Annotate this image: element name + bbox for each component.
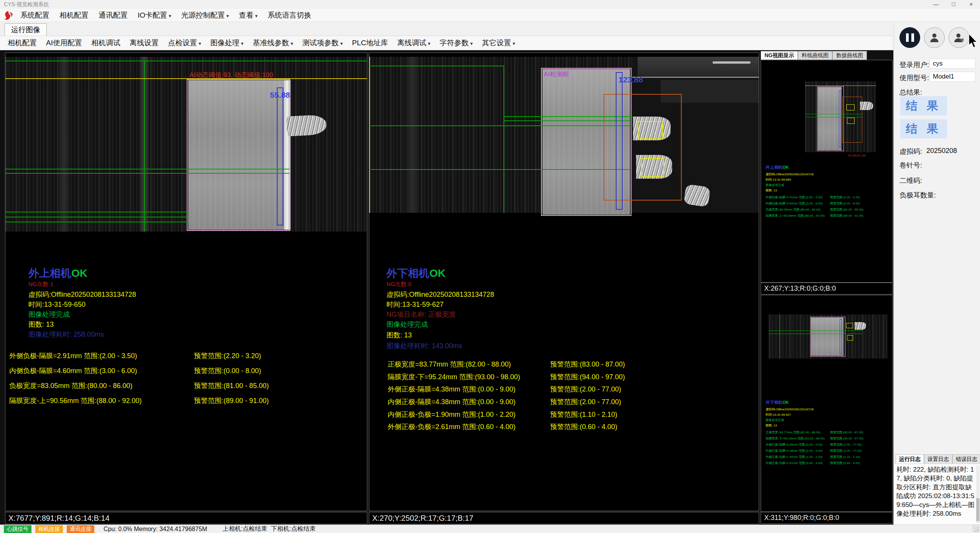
tab-run-log[interactable]: 运行日志: [896, 454, 924, 464]
baseline-yellow: [805, 86, 876, 86]
measurement-warn: 预警范围:(2.20 - 3.20): [194, 351, 261, 360]
tab-error-log[interactable]: 错误日志: [952, 454, 980, 464]
view-tab-row: 运行图像: [0, 22, 892, 36]
left-camera-view[interactable]: AI动态阈值:93, 动态阈值:100 55.88 外上相机OK NG次数:1 …: [5, 53, 367, 511]
measure-box-blue: [839, 90, 841, 148]
menu-item-system-config[interactable]: 系统配置: [15, 10, 54, 20]
tab-line-curve[interactable]: 料线曲线图: [798, 51, 832, 60]
measurement-text: 外侧正极-隔膜=4.38mm 范围:(0.00 - 9.00): [388, 385, 516, 394]
tab-ng-view[interactable]: NG视图显示: [761, 51, 798, 60]
log-tabs: 运行日志 设置日志 错误日志: [896, 454, 980, 464]
result-box-1: 结 果: [900, 96, 947, 115]
measurement-warn: 预警范围:(83.00 - 87.00): [550, 360, 625, 369]
tab-box-yellow: [638, 121, 663, 139]
gauge-value: 123.88: [618, 75, 643, 84]
bright-band: [59, 57, 69, 232]
menu-item-comm-config[interactable]: 通讯配置: [94, 10, 133, 20]
thumb1-pixel-coords: X:267;Y:13;R:0;G:0;B:0: [761, 283, 893, 294]
thumb-measurement: 预警范围:(2.20 - 3.20): [830, 195, 860, 199]
measure-line: [5, 217, 188, 217]
metal-tab: [860, 102, 873, 110]
toolbar-image-processing[interactable]: 图像处理▾: [206, 38, 248, 48]
scrollbar-thumb[interactable]: [976, 498, 980, 521]
model-label: 使用型号:: [899, 73, 929, 82]
menu-item-view[interactable]: 查看▾: [234, 10, 263, 20]
menu-item-camera-config[interactable]: 相机配置: [54, 10, 94, 20]
camera-name: 外上相机: [766, 165, 783, 169]
resize-grip[interactable]: [972, 525, 979, 532]
roll-pin-label: 卷针号:: [899, 161, 922, 170]
toolbar-test-params[interactable]: 测试项参数▾: [298, 38, 348, 48]
toolbar-spot-check[interactable]: 点检设置▾: [163, 38, 206, 48]
virtual-code: 虚拟码:Offline20250208133134728: [28, 290, 136, 299]
camera-name: 外下相机: [386, 267, 429, 279]
camera-name: 外下相机: [766, 400, 783, 405]
tab-run-image[interactable]: 运行图像: [5, 23, 47, 36]
maximize-icon[interactable]: □: [945, 0, 962, 9]
chevron-down-icon: ▾: [241, 41, 243, 46]
ng-thumbnail-upper[interactable]: X1:58:A1:1M 外上相机OK 虚拟码:Offline2025020813…: [761, 60, 893, 283]
ng-count: NG次数:0: [386, 281, 411, 288]
measure-line: [805, 117, 863, 117]
bright-band: [406, 57, 419, 213]
thumb-measurement: 内侧正极-负极=1.90mm 范围:(1.00 - 2.20): [766, 455, 822, 459]
result-box-2: 结 果: [900, 119, 947, 138]
process-done: 图像处理完成: [386, 320, 428, 329]
minimize-icon[interactable]: —: [927, 0, 945, 9]
close-icon[interactable]: ×: [962, 0, 980, 9]
toolbar-char-params[interactable]: 字符参数▾: [435, 38, 478, 48]
toolbar-plc-address[interactable]: PLC地址库: [347, 38, 393, 48]
camera-ok-status: OK: [783, 165, 789, 169]
measure-line: [5, 222, 188, 222]
toolbar-camera-debug[interactable]: 相机调试: [87, 38, 125, 48]
user-settings-button[interactable]: [949, 27, 969, 48]
toolbar-camera-config[interactable]: 相机配置: [3, 38, 41, 48]
chevron-down-icon: ▾: [227, 13, 229, 19]
chevron-down-icon: ▾: [255, 13, 258, 19]
thumb-measurement: 预警范围:(94.00 - 97.00): [830, 436, 863, 441]
thumb-measurement: 隔膜宽度-上=90.56mm 范围:(88.00 - 92.00): [766, 214, 825, 218]
thumb-measurement: 预警范围:(0.60 - 4.00): [830, 461, 860, 465]
thumb-camera-title: 外下相机OK: [766, 400, 789, 405]
measurement-warn: 预警范围:(0.00 - 8.00): [194, 366, 261, 375]
toolbar-ai-usage-config[interactable]: AI使用配置: [41, 38, 87, 48]
thumb-line: 虚拟码:Offline20250208133134728: [766, 172, 814, 176]
thumb-measurement: 内侧正极-隔膜=4.38mm 范围:(0.00 - 9.00): [766, 449, 822, 453]
camera-name: 外上相机: [28, 267, 71, 279]
tab-data-curve[interactable]: 数据曲线图: [832, 51, 867, 60]
measurement-warn: 预警范围:(0.60 - 4.00): [550, 422, 617, 431]
measure-box-blue: [840, 319, 842, 354]
thumb-line: 图像处理完成: [766, 418, 784, 422]
thumb-measurement: 预警范围:(89.00 - 91.00): [830, 214, 863, 218]
menu-item-light-control-config[interactable]: 光源控制配置▾: [176, 10, 234, 20]
login-user-field[interactable]: cys: [929, 59, 975, 69]
app-logo-icon: [2, 10, 14, 21]
window-controls: — □ ×: [927, 0, 980, 9]
thumb-camera-title: 外上相机OK: [766, 165, 789, 170]
measurement-text: 内侧正极-负极=1.90mm 范围:(1.00 - 2.20): [388, 410, 516, 419]
gauge-value: 55.88: [270, 90, 290, 100]
toolbar-other-settings[interactable]: 其它设置▾: [477, 38, 520, 48]
reference-line: [779, 314, 780, 359]
thumb-measurement: 外侧负极-隔膜=2.91mm 范围:(2.00 - 3.50): [766, 195, 822, 199]
measure-line: [5, 212, 188, 212]
right-camera-view[interactable]: AI检测框 123.88 外下相机OK NG次数:0 虚拟码:Offline20…: [369, 53, 759, 511]
thumb-measurement: 隔膜宽度-下=95.24mm 范围:(93.00 - 98.00): [766, 436, 825, 441]
thumb-line: 时间:13-31-59-627: [766, 413, 791, 417]
thumb-line: 时间:13-31-59-650: [766, 178, 791, 182]
model-field[interactable]: Model1: [929, 72, 975, 82]
right-pixel-coords: X:270;Y:2502;R:17;G:17;B:17: [369, 512, 759, 524]
log-scrollbar[interactable]: [976, 466, 980, 523]
menu-item-language-switch[interactable]: 系统语言切换: [263, 10, 316, 20]
menu-item-io-card-config[interactable]: IO卡配置▾: [133, 10, 176, 20]
metal-fragment: [684, 184, 711, 207]
toolbar-offline-settings[interactable]: 离线设置: [125, 38, 163, 48]
tab-settings-log[interactable]: 设置日志: [924, 454, 952, 464]
ng-thumbnail-lower[interactable]: 外下相机OK 虚拟码:Offline20250208133134728 时间:1…: [761, 295, 893, 512]
toolbar-offline-debug[interactable]: 离线调试▾: [393, 38, 435, 48]
tab-box-yellow: [846, 323, 853, 328]
user-button[interactable]: [924, 27, 945, 48]
pause-button[interactable]: [899, 27, 920, 48]
measurement-warn: 预警范围:(94.00 - 97.00): [550, 372, 625, 382]
toolbar-baseline-params[interactable]: 基准线参数▾: [248, 38, 298, 48]
